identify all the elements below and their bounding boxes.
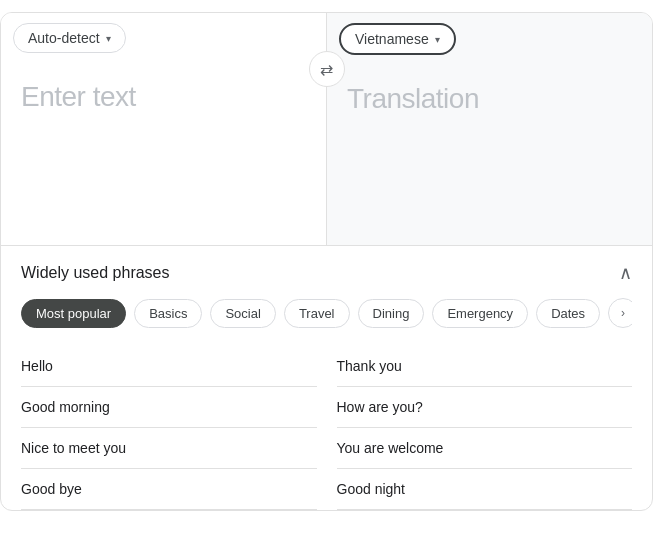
phrases-title: Widely used phrases <box>21 264 170 282</box>
phrase-item[interactable]: How are you? <box>337 387 633 428</box>
next-categories-button[interactable]: › <box>608 298 632 328</box>
target-text-area: Translation <box>327 65 652 245</box>
next-arrow-icon: › <box>621 306 625 320</box>
collapse-icon[interactable]: ∧ <box>619 262 632 284</box>
tab-dining[interactable]: Dining <box>358 299 425 328</box>
phrases-header: Widely used phrases ∧ <box>21 262 632 284</box>
tab-dates[interactable]: Dates <box>536 299 600 328</box>
source-text-area[interactable]: Enter text <box>1 63 326 245</box>
target-chevron-icon: ▾ <box>435 34 440 45</box>
phrase-item[interactable]: Good morning <box>21 387 317 428</box>
tab-most-popular[interactable]: Most popular <box>21 299 126 328</box>
phrases-grid: Hello Thank you Good morning How are you… <box>21 346 632 510</box>
category-tabs: Most popular Basics Social Travel Dining… <box>21 298 632 328</box>
swap-languages-button[interactable]: ⇄ <box>309 51 345 87</box>
phrase-item[interactable]: Thank you <box>337 346 633 387</box>
phrase-item[interactable]: Good bye <box>21 469 317 510</box>
swap-icon: ⇄ <box>320 60 333 79</box>
tab-social[interactable]: Social <box>210 299 275 328</box>
source-placeholder: Enter text <box>21 81 136 113</box>
phrases-section: Widely used phrases ∧ Most popular Basic… <box>1 246 652 510</box>
target-language-dropdown[interactable]: Vietnamese ▾ <box>339 23 456 55</box>
tab-emergency[interactable]: Emergency <box>432 299 528 328</box>
source-chevron-icon: ▾ <box>106 33 111 44</box>
swap-button-container: ⇄ <box>309 51 345 87</box>
tab-travel[interactable]: Travel <box>284 299 350 328</box>
tab-basics[interactable]: Basics <box>134 299 202 328</box>
source-lang-bar: Auto-detect ▾ <box>1 13 326 63</box>
phrase-item[interactable]: Good night <box>337 469 633 510</box>
translator-container: Auto-detect ▾ Enter text ⇄ Vietnamese ▾ <box>0 12 653 511</box>
target-panel: Vietnamese ▾ Translation <box>327 13 652 245</box>
translation-placeholder: Translation <box>347 83 479 115</box>
source-panel: Auto-detect ▾ Enter text <box>1 13 327 245</box>
source-language-dropdown[interactable]: Auto-detect ▾ <box>13 23 126 53</box>
phrase-item[interactable]: Hello <box>21 346 317 387</box>
phrase-item[interactable]: Nice to meet you <box>21 428 317 469</box>
phrase-item[interactable]: You are welcome <box>337 428 633 469</box>
target-language-label: Vietnamese <box>355 31 429 47</box>
translation-panel: Auto-detect ▾ Enter text ⇄ Vietnamese ▾ <box>1 13 652 246</box>
target-lang-bar: Vietnamese ▾ <box>327 13 652 65</box>
source-language-label: Auto-detect <box>28 30 100 46</box>
